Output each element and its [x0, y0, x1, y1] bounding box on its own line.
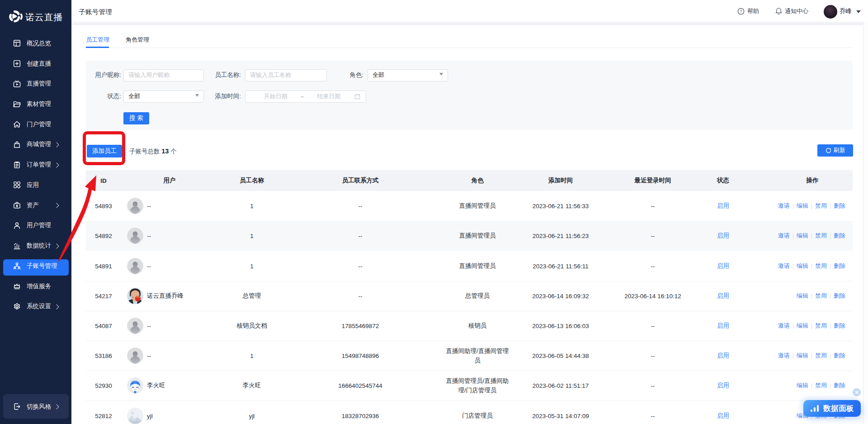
svg-text:诺云直播: 诺云直播	[132, 421, 138, 423]
svg-text:?: ?	[740, 9, 742, 14]
